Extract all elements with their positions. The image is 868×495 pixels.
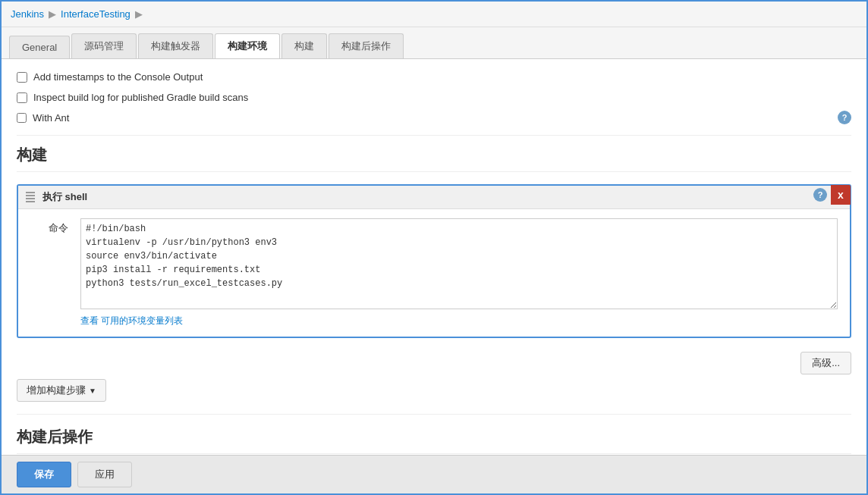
divider2 [17, 414, 851, 415]
checkbox-timestamps-label[interactable]: Add timestamps to the Console Output [33, 71, 203, 83]
tab-bar: General 源码管理 构建触发器 构建环境 构建 构建后操作 [2, 27, 866, 59]
post-build-section: 构建后操作 增加构建后操作步骤 ▼ [17, 427, 851, 455]
add-build-step-button[interactable]: 增加构建步骤 ▼ [17, 379, 106, 402]
add-step-label: 增加构建步骤 [27, 384, 86, 397]
shell-command-input[interactable]: #!/bin/bash virtualenv -p /usr/bin/pytho… [80, 218, 838, 309]
tab-general[interactable]: General [9, 36, 70, 58]
app-frame: Jenkins ▶ InterfaceTesting ▶ General 源码管… [0, 0, 868, 495]
scroll-content: Add timestamps to the Console Output Ins… [2, 59, 866, 455]
with-ant-left: With Ant [17, 112, 69, 124]
checkbox-withant-label[interactable]: With Ant [33, 112, 69, 124]
advanced-btn-row: 高级... [17, 347, 851, 379]
env-link[interactable]: 查看 可用的环境变量列表 [80, 315, 183, 326]
step-help-icon-container: ? [813, 188, 827, 202]
drag-handle[interactable] [26, 192, 35, 202]
tab-source[interactable]: 源码管理 [71, 33, 137, 58]
bottom-bar: 保存 应用 [2, 455, 866, 493]
checkbox-gradle-label[interactable]: Inspect build log for published Gradle b… [33, 92, 248, 103]
tab-build[interactable]: 构建 [281, 33, 327, 58]
build-section-heading: 构建 [17, 145, 851, 172]
env-link-row: 查看 可用的环境变量列表 [80, 315, 838, 327]
shell-step-body: 命令 #!/bin/bash virtualenv -p /usr/bin/py… [18, 209, 850, 337]
advanced-button[interactable]: 高级... [800, 352, 851, 374]
save-button[interactable]: 保存 [17, 462, 71, 487]
step-help-icon[interactable]: ? [813, 188, 827, 202]
breadcrumb: Jenkins ▶ InterfaceTesting ▶ [2, 2, 866, 27]
apply-button[interactable]: 应用 [77, 462, 132, 487]
shell-step-header: 执行 shell [18, 186, 850, 209]
breadcrumb-project[interactable]: InterfaceTesting [61, 8, 131, 20]
tab-triggers[interactable]: 构建触发器 [138, 33, 213, 58]
withant-help-icon[interactable]: ? [838, 111, 851, 124]
checkbox-gradle-row: Inspect build log for published Gradle b… [17, 87, 851, 108]
divider [17, 135, 851, 136]
delete-step-button[interactable]: x [831, 185, 851, 205]
add-step-arrow-icon: ▼ [89, 387, 96, 395]
tab-env[interactable]: 构建环境 [215, 33, 280, 58]
main-content: General 源码管理 构建触发器 构建环境 构建 构建后操作 Add tim… [2, 27, 866, 493]
breadcrumb-sep1: ▶ [49, 8, 56, 20]
command-label: 命令 [30, 218, 68, 235]
tab-post[interactable]: 构建后操作 [329, 33, 404, 58]
checkbox-gradle[interactable] [17, 92, 27, 103]
with-ant-row: With Ant ? [17, 108, 851, 132]
checkbox-timestamps[interactable] [17, 72, 27, 83]
command-field: #!/bin/bash virtualenv -p /usr/bin/pytho… [80, 218, 838, 327]
add-step-container: 增加构建步骤 ▼ [17, 379, 851, 402]
post-build-heading: 构建后操作 [17, 427, 851, 454]
shell-build-step: 执行 shell x ? 命令 #!/bin/bash virtualenv -… [17, 184, 851, 338]
checkbox-withant[interactable] [17, 113, 27, 123]
checkbox-timestamps-row: Add timestamps to the Console Output [17, 67, 851, 87]
shell-step-title: 执行 shell [42, 190, 87, 204]
breadcrumb-jenkins[interactable]: Jenkins [11, 8, 44, 20]
command-row: 命令 #!/bin/bash virtualenv -p /usr/bin/py… [30, 218, 838, 327]
breadcrumb-sep2: ▶ [135, 8, 143, 20]
